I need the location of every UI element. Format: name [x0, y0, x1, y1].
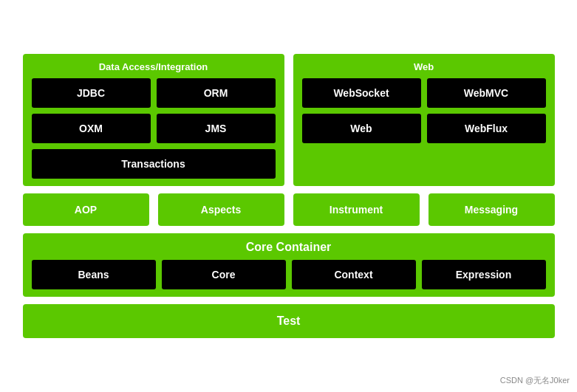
messaging-box: Messaging	[429, 193, 555, 226]
web-box: Web	[302, 114, 421, 143]
data-access-section: Data Access/Integration JDBC ORM OXM JMS…	[23, 54, 284, 186]
jdbc-box: JDBC	[32, 78, 151, 108]
web-title: Web	[302, 61, 546, 72]
core-box: Core	[162, 260, 286, 289]
middle-row: AOP Aspects Instrument Messaging	[23, 193, 555, 226]
webflux-box: WebFlux	[427, 114, 546, 143]
transactions-box: Transactions	[32, 149, 276, 179]
instrument-box: Instrument	[293, 193, 420, 226]
aspects-box: Aspects	[158, 193, 284, 226]
beans-box: Beans	[32, 260, 156, 289]
watermark: CSDN @无名J0ker	[500, 375, 570, 386]
core-container-title: Core Container	[32, 241, 546, 254]
context-box: Context	[292, 260, 416, 289]
web-grid: WebSocket WebMVC Web WebFlux	[302, 78, 546, 143]
webmvc-box: WebMVC	[427, 78, 546, 108]
oxm-box: OXM	[32, 114, 151, 143]
data-access-title: Data Access/Integration	[32, 61, 276, 72]
websocket-box: WebSocket	[302, 78, 421, 108]
jms-box: JMS	[157, 114, 276, 143]
core-container-section: Core Container Beans Core Context Expres…	[23, 233, 555, 297]
test-section: Test	[23, 304, 555, 338]
web-section: Web WebSocket WebMVC Web WebFlux	[293, 54, 555, 186]
orm-box: ORM	[157, 78, 276, 108]
data-access-grid: JDBC ORM OXM JMS Transactions	[32, 78, 276, 179]
core-container-grid: Beans Core Context Expression	[32, 260, 546, 289]
top-row: Data Access/Integration JDBC ORM OXM JMS…	[23, 54, 555, 186]
expression-box: Expression	[422, 260, 546, 289]
aop-box: AOP	[23, 193, 149, 226]
spring-framework-diagram: Data Access/Integration JDBC ORM OXM JMS…	[16, 47, 562, 345]
